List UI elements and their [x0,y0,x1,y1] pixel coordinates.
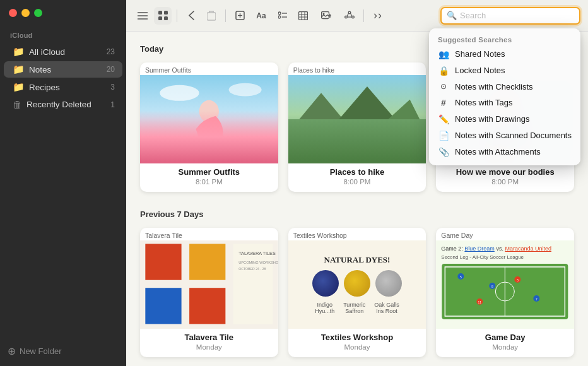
dropdown-item-notes-checklists[interactable]: ⊙ Notes with Checklists [429,79,580,95]
sidebar: iCloud 📁 All iCloud 23 📁 Notes 20 📁 Reci… [0,0,126,366]
svg-line-30 [347,13,348,16]
traffic-lights [9,9,42,17]
minimize-button[interactable] [21,9,30,17]
trash-icon: 🗑 [13,99,22,110]
compose-button[interactable] [231,7,249,25]
dropdown-item-notes-scanned[interactable]: 📄 Notes with Scanned Documents [429,127,580,144]
note-card-label: Talavera Tile [140,228,278,240]
toolbar-separator-2 [225,9,226,22]
sidebar-item-recipes[interactable]: 📁 Recipes 3 [4,79,122,95]
search-input[interactable]: Search [460,11,574,20]
svg-rect-52 [189,288,225,324]
maximize-button[interactable] [34,9,42,17]
grid-view-button[interactable] [154,7,172,25]
note-card-title: Talavera Tile [146,333,272,342]
dropdown-item-label: Shared Notes [455,49,505,59]
svg-rect-51 [145,288,181,324]
close-button[interactable] [9,9,17,17]
svg-point-27 [348,11,351,14]
svg-point-35 [229,83,262,97]
sidebar-item-label: All iCloud [29,47,99,57]
svg-rect-4 [164,11,168,15]
svg-text:TALAVERA TILES: TALAVERA TILES [238,251,276,256]
svg-rect-37 [198,138,208,157]
dropdown-item-label: Notes with Tags [455,98,513,107]
note-card-title: Places to hike [295,167,420,177]
more-button[interactable]: ›› [369,7,387,25]
sidebar-item-notes[interactable]: 📁 Notes 20 [4,61,122,78]
share-button[interactable] [341,7,358,25]
plus-icon: ⊕ [8,345,16,357]
list-view-button[interactable] [134,7,151,25]
toolbar-separator-3 [363,9,364,22]
tag-icon: # [438,98,449,108]
checklist-button[interactable] [274,7,291,25]
locked-notes-icon: 🔒 [438,66,449,76]
game-day-image: Game 2: Blue Dream vs. Maracanda United … [436,240,574,329]
sidebar-item-all-icloud[interactable]: 📁 All iCloud 23 [4,44,122,60]
svg-text:7: 7 [536,297,538,301]
main-area: Aa ›› 🔍 Search Suggested Searches [126,0,588,366]
sidebar-item-label: Notes [29,65,99,74]
note-card-label: Game Day [436,228,574,240]
summer-outfits-image [140,75,278,163]
search-container: 🔍 Search Suggested Searches 👥 Shared Not… [440,7,580,25]
note-card-talavera-tile[interactable]: Talavera Tile TALAVERA TILES UPCOMING WO… [140,228,278,357]
note-card-body: Summer Outfits 8:01 PM [140,163,278,192]
sidebar-item-count: 3 [103,83,115,92]
note-card-time: 8:01 PM [146,178,272,186]
svg-rect-7 [207,13,216,20]
note-card-body: Game Day Monday [436,329,574,357]
svg-rect-50 [189,244,225,280]
delete-button[interactable] [203,7,220,25]
note-card-label: Places to hike [288,62,426,75]
note-card-body: Textiles Workshop Monday [288,329,426,357]
dropdown-item-notes-tags[interactable]: # Notes with Tags [429,95,580,111]
search-box[interactable]: 🔍 Search [440,7,580,25]
previous-notes-grid: Talavera Tile TALAVERA TILES UPCOMING WO… [140,228,574,357]
note-card-places-to-hike[interactable]: Places to hike [288,62,426,192]
back-button[interactable] [182,7,200,25]
dropdown-header: Suggested Searches [429,33,580,46]
svg-rect-49 [145,244,181,280]
svg-point-28 [345,16,348,18]
svg-point-34 [160,85,199,101]
new-folder-button[interactable]: ⊕ New Folder [8,345,119,357]
note-card-time: Monday [295,343,420,351]
folder-icon: 📁 [13,81,25,93]
attachment-icon: 📎 [438,147,449,157]
talavera-tile-image: TALAVERA TILES UPCOMING WORKSHOP OCTOBER… [140,240,278,329]
note-card-label: Textiles Workshop [288,228,426,240]
note-card-title: How we move our bodies [442,167,568,177]
sidebar-item-label: Recently Deleted [26,100,99,109]
svg-text:3: 3 [517,278,519,282]
note-card-game-day[interactable]: Game Day Game 2: Blue Dream vs. Maracand… [436,228,574,357]
sidebar-item-count: 1 [103,100,115,109]
dropdown-item-locked-notes[interactable]: 🔒 Locked Notes [429,62,580,79]
dropdown-item-label: Notes with Scanned Documents [455,131,572,140]
sidebar-item-recently-deleted[interactable]: 🗑 Recently Deleted 1 [4,97,122,112]
dropdown-item-notes-drawings[interactable]: ✏️ Notes with Drawings [429,111,580,127]
svg-rect-18 [298,11,307,20]
svg-rect-38 [208,138,218,157]
folder-icon: 📁 [13,64,25,75]
textiles-image: NATURAL DYES! IndigoHyu...th TurmericSaf… [288,240,426,329]
note-card-body: How we move our bodies 8:00 PM [436,163,574,192]
note-card-time: 8:00 PM [442,178,568,186]
note-card-body: Places to hike 8:00 PM [288,163,426,192]
table-button[interactable] [294,7,312,25]
dropdown-item-notes-attachments[interactable]: 📎 Notes with Attachments [429,144,580,160]
media-button[interactable] [314,7,338,25]
svg-line-31 [351,13,352,16]
svg-rect-6 [164,16,168,20]
font-button[interactable]: Aa [251,7,271,25]
svg-rect-5 [158,16,162,20]
note-card-summer-outfits[interactable]: Summer Outfits [140,62,278,192]
dropdown-item-shared-notes[interactable]: 👥 Shared Notes [429,46,580,62]
svg-point-14 [278,12,281,15]
search-icon: 🔍 [447,11,457,20]
note-card-textiles-workshop[interactable]: Textiles Workshop NATURAL DYES! IndigoHy… [288,228,426,357]
note-card-title: Summer Outfits [146,167,272,177]
svg-point-36 [199,100,219,122]
checklist-icon: ⊙ [438,82,449,91]
